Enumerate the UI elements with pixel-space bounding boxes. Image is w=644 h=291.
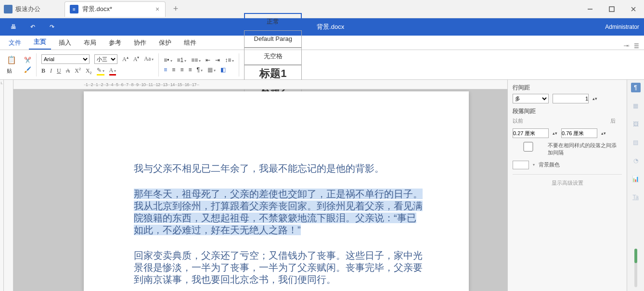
number-list-icon[interactable]: ≡1 xyxy=(177,57,187,63)
close-button[interactable] xyxy=(622,2,644,16)
menu-file[interactable]: 文件 xyxy=(4,36,26,50)
menu-insert[interactable]: 插入 xyxy=(54,36,76,50)
menu-icon[interactable]: ☰ xyxy=(634,43,639,50)
line-spacing-value[interactable] xyxy=(553,94,589,103)
decrease-indent-icon[interactable]: ⇤ xyxy=(206,57,210,63)
same-style-label: 不要在相同样式的段落之间添加间隔 xyxy=(548,142,622,157)
font-name-select[interactable]: Arial xyxy=(41,54,90,64)
redo-icon[interactable]: ↷ xyxy=(48,23,56,31)
workspace: L ··1···2···1···2···3···4···5···6···7···… xyxy=(0,80,644,291)
align-justify-icon[interactable]: ≡ xyxy=(188,66,192,73)
new-tab-button[interactable]: + xyxy=(168,4,183,14)
format-painter-icon[interactable]: 🖌️ xyxy=(24,66,31,73)
menu-ref[interactable]: 参考 xyxy=(104,36,126,50)
svg-rect-0 xyxy=(5,6,11,12)
sidebar-scroll[interactable] xyxy=(634,249,637,287)
style-normal[interactable]: 正常 xyxy=(244,13,302,30)
paragraph-sidebar-icon[interactable]: ¶ xyxy=(631,83,641,92)
undo-icon[interactable]: ↶ xyxy=(29,23,37,31)
minimize-button[interactable] xyxy=(579,2,601,16)
subscript-button[interactable]: X2 xyxy=(86,67,92,75)
shading-icon[interactable]: ▦ xyxy=(207,66,216,73)
menu-collab[interactable]: 协作 xyxy=(129,36,151,50)
increase-font-icon[interactable]: A▴ xyxy=(122,55,129,63)
user-label[interactable]: Administrator xyxy=(605,24,639,30)
paragraph-2[interactable]: 那年冬天，祖母死了，父亲的差使也交卸了，正是祸不单行的日子。我从北京到徐州，打算… xyxy=(134,188,425,236)
table-sidebar-icon[interactable]: ▦ xyxy=(631,101,641,111)
shapes-sidebar-icon[interactable]: ◔ xyxy=(631,156,641,165)
line-spacing-icon[interactable]: ↕≡ xyxy=(225,57,234,63)
superscript-button[interactable]: X2 xyxy=(75,67,81,75)
increase-indent-icon[interactable]: ⇥ xyxy=(215,57,220,63)
quick-access-bar: 🖶 ↶ ↷ 背景.docx Administrator xyxy=(0,18,644,36)
ribbon: 📋 贴 ✂️ 🖌️ Arial 小三 A▴ A▾ Aa B I U A X2 X… xyxy=(0,50,644,80)
style-default-para[interactable]: Default Parag xyxy=(244,30,302,48)
page[interactable]: 我与父亲不相见已二年余了，我最不能忘记的是他的背影。 那年冬天，祖母死了，父亲的… xyxy=(84,91,469,291)
font-size-select[interactable]: 小三 xyxy=(94,54,117,64)
line-spacing-mode[interactable]: 多 xyxy=(513,94,549,103)
text-sidebar-icon[interactable]: Ta xyxy=(631,192,641,202)
paste-label: 贴 xyxy=(7,67,16,75)
headerfooter-sidebar-icon[interactable]: ▤ xyxy=(631,138,641,147)
svg-rect-2 xyxy=(609,7,614,12)
document-tab[interactable]: ≡ 背景.docx* × xyxy=(64,1,166,17)
before-label: 以前 xyxy=(513,117,524,125)
menu-comp[interactable]: 组件 xyxy=(179,36,201,50)
change-case-icon[interactable]: Aa xyxy=(144,55,154,63)
spacing-after-input[interactable] xyxy=(561,128,597,138)
align-center-icon[interactable]: ≡ xyxy=(172,66,175,73)
same-style-checkbox[interactable] xyxy=(513,142,544,152)
ruler-corner: L xyxy=(0,80,4,291)
window-controls xyxy=(579,2,644,16)
doc-title: 背景.docx xyxy=(56,23,605,31)
paragraph-panel: 行间距 多 ▴▾ 段落间距 以前 后 ▴▾ ▴▾ 不要在相同样式的段落之间添加间… xyxy=(507,80,627,291)
chart-sidebar-icon[interactable]: 📊 xyxy=(631,174,641,184)
app-icon xyxy=(4,5,13,13)
tab-close-icon[interactable]: × xyxy=(155,5,160,13)
print-icon[interactable]: 🖶 xyxy=(10,23,17,31)
right-sidebar: ¶ ▦ 🖼 ▤ ◔ 📊 Ta xyxy=(627,80,644,291)
style-no-spacing[interactable]: 无空格 xyxy=(244,48,302,65)
menu-protect[interactable]: 保护 xyxy=(154,36,176,50)
strikethrough-button[interactable]: A xyxy=(66,67,70,75)
menu-bar: 文件 主页 插入 布局 参考 协作 保护 组件 ⭲ ☰ xyxy=(0,36,644,50)
highlight-button[interactable]: ✎ xyxy=(97,67,104,76)
multilevel-list-icon[interactable]: ≡≡ xyxy=(191,57,201,63)
para-spacing-label: 段落间距 xyxy=(513,107,622,115)
menu-layout[interactable]: 布局 xyxy=(79,36,101,50)
underline-button[interactable]: U xyxy=(57,67,61,75)
horizontal-ruler[interactable]: ··1···2···1···2···3···4···5···6···7···8·… xyxy=(13,80,507,89)
paragraph-mark-icon[interactable]: ¶ xyxy=(196,66,202,73)
align-right-icon[interactable]: ≡ xyxy=(180,66,183,73)
vertical-ruler[interactable] xyxy=(4,80,13,291)
image-sidebar-icon[interactable]: 🖼 xyxy=(631,119,641,129)
bg-color-label: 背景颜色 xyxy=(539,161,560,168)
bold-button[interactable]: B xyxy=(41,67,45,75)
document-area[interactable]: 我与父亲不相见已二年余了，我最不能忘记的是他的背影。 那年冬天，祖母死了，父亲的… xyxy=(13,89,507,291)
spacing-before-input[interactable] xyxy=(513,128,549,138)
maximize-button[interactable] xyxy=(601,2,622,16)
bg-color-swatch[interactable] xyxy=(513,161,529,169)
align-left-icon[interactable]: ≡ xyxy=(164,66,167,73)
font-color-button[interactable]: A xyxy=(109,67,116,76)
doc-icon: ≡ xyxy=(70,5,78,13)
title-bar: 极速办公 ≡ 背景.docx* × + xyxy=(0,0,644,18)
tab-title: 背景.docx* xyxy=(82,5,152,13)
line-spacing-label: 行间距 xyxy=(513,84,622,92)
bullet-list-icon[interactable]: ≡• xyxy=(164,57,172,63)
style-color-icon[interactable]: ◧ xyxy=(220,66,226,73)
stepper-icon[interactable]: ▴▾ xyxy=(553,131,557,136)
after-label: 后 xyxy=(610,117,622,125)
stepper-icon[interactable]: ▴▾ xyxy=(601,131,606,136)
paste-icon[interactable]: 📋 xyxy=(7,55,16,64)
decrease-font-icon[interactable]: A▾ xyxy=(133,55,140,63)
cut-icon[interactable]: ✂️ xyxy=(24,57,31,63)
stepper-icon[interactable]: ▴▾ xyxy=(592,96,597,101)
paragraph-3[interactable]: 回家变卖典质，父亲还了亏空；又借钱办了丧事。这些日子，家中光景很是惨淡，一半为了… xyxy=(134,250,425,286)
paragraph-1[interactable]: 我与父亲不相见已二年余了，我最不能忘记的是他的背影。 xyxy=(134,163,425,175)
italic-button[interactable]: I xyxy=(50,67,52,75)
advanced-settings-link[interactable]: 显示高级设置 xyxy=(513,174,622,187)
menu-home[interactable]: 主页 xyxy=(29,35,51,50)
app-name: 极速办公 xyxy=(15,5,40,13)
export-icon[interactable]: ⭲ xyxy=(623,43,629,50)
